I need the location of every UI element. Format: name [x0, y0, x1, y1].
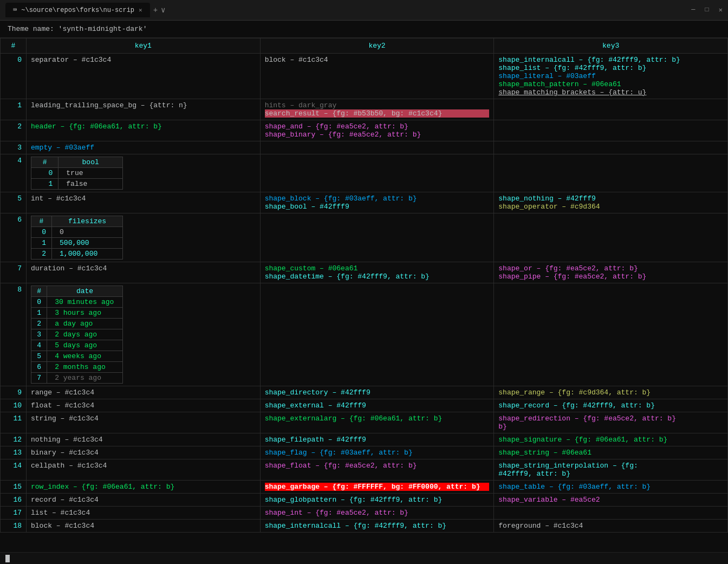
theme-name-line: Theme name: 'synth-midnight-dark'	[0, 21, 728, 38]
table-row: 16 record – #c1c3c4 shape_globpattern – …	[1, 494, 728, 507]
table-row: 0 separator – #c1c3c4 block – #c1c3c4 sh…	[1, 54, 728, 99]
table-row: 4 # bool 0 true 1 false	[1, 154, 728, 192]
main-scroll-area[interactable]: # key1 key2 key3 0 separator – #c1c3c4 b…	[0, 38, 728, 550]
table-header-row: # key1 key2 key3	[1, 38, 728, 54]
window-controls: — □ ✕	[691, 6, 723, 14]
col-header-key1: key1	[27, 38, 261, 54]
active-tab[interactable]: ⌨ ~\source\repos\forks\nu-scrip ✕	[5, 3, 150, 17]
table-row: 9 range – #c1c3c4 shape_directory – #42f…	[1, 386, 728, 399]
table-row: 15 row_index – {fg: #06ea61, attr: b} sh…	[1, 481, 728, 494]
close-window-button[interactable]: ✕	[719, 6, 723, 14]
close-tab-button[interactable]: ✕	[139, 7, 142, 14]
table-row: 1 leading_trailing_space_bg – {attr: n} …	[1, 99, 728, 120]
title-bar: ⌨ ~\source\repos\forks\nu-scrip ✕ + ∨ — …	[0, 0, 728, 21]
table-row: 7 duration – #c1c3c4 shape_custom – #06e…	[1, 262, 728, 283]
table-row: 10 float – #c1c3c4 shape_external – #42f…	[1, 399, 728, 412]
tab-chevron-icon[interactable]: ∨	[161, 5, 165, 15]
terminal-icon: ⌨	[13, 6, 17, 14]
table-row: 17 list – #c1c3c4 shape_int – {fg: #ea5c…	[1, 507, 728, 520]
col-header-key2: key2	[260, 38, 494, 54]
table-row: 12 nothing – #c1c3c4 shape_filepath – #4…	[1, 433, 728, 446]
table-row: 8 # date 0 30 minutes ago 1 3 hours ago …	[1, 283, 728, 386]
data-table: # key1 key2 key3 0 separator – #c1c3c4 b…	[0, 38, 728, 533]
table-row: 18 block – #c1c3c4 shape_internalcall – …	[1, 520, 728, 533]
table-row: 14 cellpath – #c1c3c4 shape_float – {fg:…	[1, 459, 728, 481]
add-tab-button[interactable]: +	[153, 6, 158, 15]
tab-title: ~\source\repos\forks\nu-scrip	[21, 7, 134, 14]
minimize-button[interactable]: —	[691, 6, 695, 14]
bottom-bar	[0, 552, 728, 564]
col-header-key3: key3	[494, 38, 728, 54]
cursor-indicator	[5, 555, 10, 562]
table-row: 5 int – #c1c3c4 shape_block – {fg: #03ae…	[1, 192, 728, 213]
table-row: 6 # filesizes 0 0 1 500,000 2 1,000,000	[1, 213, 728, 262]
col-header-hash: #	[1, 38, 27, 54]
maximize-button[interactable]: □	[705, 6, 709, 14]
table-row: 2 header – {fg: #06ea61, attr: b} shape_…	[1, 120, 728, 141]
table-row: 13 binary – #c1c3c4 shape_flag – {fg: #0…	[1, 446, 728, 459]
table-row: 11 string – #c1c3c4 shape_externalarg – …	[1, 412, 728, 433]
table-row: 3 empty – #03aeff	[1, 141, 728, 154]
